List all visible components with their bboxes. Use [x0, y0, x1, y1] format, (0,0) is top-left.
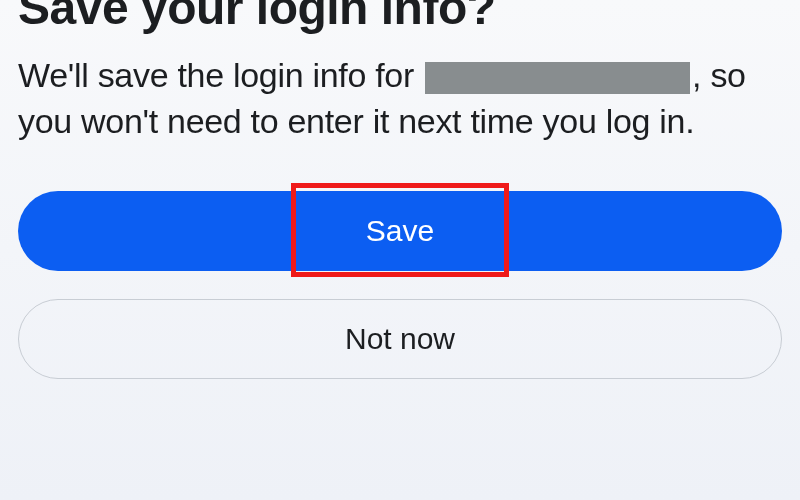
redacted-username [425, 62, 690, 94]
not-now-button-label: Not now [345, 322, 455, 356]
button-group: Save Not now [18, 191, 782, 379]
dialog-description: We'll save the login info for , so you w… [18, 53, 782, 145]
save-button-label: Save [366, 214, 434, 248]
description-prefix: We'll save the login info for [18, 56, 414, 94]
save-button[interactable]: Save [18, 191, 782, 271]
not-now-button[interactable]: Not now [18, 299, 782, 379]
dialog-title: Save your login info? [18, 0, 782, 35]
